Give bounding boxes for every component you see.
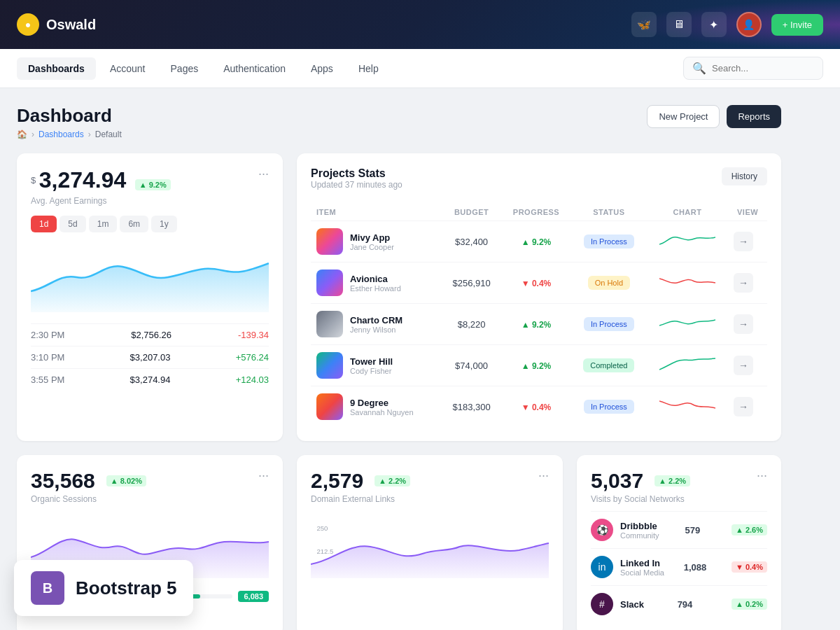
project-row-avionica: Avionica Esther Howard $256,910 ▼ 0.4% O… [311, 262, 767, 304]
svg-text:250: 250 [317, 525, 328, 532]
bootstrap-icon: B [31, 571, 64, 605]
monitor-icon-btn[interactable]: 🖥 [666, 12, 692, 37]
ext-subtitle: Domain External Links [311, 494, 410, 504]
main-content: Dashboard 🏠 › Dashboards › Default New P… [0, 88, 798, 630]
nav-right: 🦋 🖥 ✦ 👤 + Invite [631, 12, 823, 37]
organic-badge: ▲ 8.02% [106, 475, 146, 486]
chart-mivy [647, 221, 728, 262]
view-btn-9degree[interactable]: → [734, 397, 753, 416]
progress-mivy: ▲ 9.2% [522, 237, 552, 247]
project-thumb-tower [316, 352, 343, 379]
search-input[interactable] [712, 63, 814, 74]
nav-item-pages[interactable]: Pages [160, 57, 210, 80]
amount-3: $3,274.94 [130, 374, 171, 385]
linkedin-change: ▼ 0.4% [732, 561, 767, 573]
project-item-9degree: 9 Degree Savannah Nguyen [316, 393, 436, 420]
col-budget: BUDGET [442, 204, 501, 221]
col-progress: PROGRESS [501, 204, 571, 221]
chart-9degree [647, 386, 728, 428]
linkedin-row: in Linked In Social Media 1,088 ▼ 0.4% [591, 548, 767, 585]
brand: Oswald [17, 13, 96, 36]
budget-9degree: $183,300 [442, 386, 501, 428]
status-mivy: In Process [584, 234, 634, 248]
organic-subtitle: Organic Sessions [31, 494, 146, 504]
amount-2: $3,207.03 [130, 352, 171, 363]
view-btn-mivy[interactable]: → [734, 232, 753, 251]
project-thumb-charto [316, 311, 343, 337]
project-row-9degree: 9 Degree Savannah Nguyen $183,300 ▼ 0.4%… [311, 386, 767, 428]
ext-chart-area: 250 212.5 [311, 515, 549, 581]
filter-1m[interactable]: 1m [89, 216, 118, 232]
data-row-3: 3:55 PM $3,274.94 +124.03 [31, 368, 269, 391]
view-btn-avionica[interactable]: → [734, 273, 753, 293]
filter-5d[interactable]: 5d [59, 216, 85, 232]
project-row-charto: Charto CRM Jenny Wilson $8,220 ▲ 9.2% In… [311, 304, 767, 345]
currency-symbol: $ [31, 175, 36, 186]
nav-item-help[interactable]: Help [347, 57, 390, 80]
project-item-tower: Tower Hill Cody Fisher [316, 352, 436, 379]
secondary-navbar: Dashboards Account Pages Authentication … [0, 49, 840, 88]
social-subtitle: Visits by Social Networks [591, 494, 690, 504]
butterfly-icon-btn[interactable]: 🦋 [631, 12, 657, 37]
view-btn-charto[interactable]: → [734, 314, 753, 334]
social-amount: 5,037 [591, 469, 643, 493]
chart-tower [647, 345, 728, 386]
filter-1y[interactable]: 1y [151, 216, 177, 232]
invite-button[interactable]: + Invite [771, 14, 823, 36]
earnings-more-button[interactable]: ··· [258, 167, 269, 180]
earnings-header: $ 3,274.94 ▲ 9.2% Avg. Agent Earnings [31, 167, 171, 206]
brand-icon [17, 13, 39, 36]
project-item-avionica: Avionica Esther Howard [316, 270, 436, 296]
organic-amount: 35,568 [31, 469, 95, 493]
project-item-charto: Charto CRM Jenny Wilson [316, 311, 436, 337]
time-filters: 1d 5d 1m 6m 1y [31, 216, 269, 232]
history-button[interactable]: History [722, 167, 767, 186]
linkedin-count: 1,088 [684, 562, 707, 573]
progress-9degree: ▼ 0.4% [522, 402, 552, 412]
top-cards-row: $ 3,274.94 ▲ 9.2% Avg. Agent Earnings ··… [17, 153, 781, 441]
project-thumb-avionica [316, 270, 343, 296]
project-thumb-9degree [316, 393, 343, 420]
earnings-badge: ▲ 9.2% [135, 179, 171, 190]
ext-more-button[interactable]: ··· [538, 469, 549, 482]
search-icon: 🔍 [692, 62, 706, 75]
bootstrap-banner: B Bootstrap 5 [14, 560, 193, 616]
progress-avionica: ▼ 0.4% [522, 279, 552, 288]
status-avionica: On Hold [588, 276, 630, 290]
new-project-button[interactable]: New Project [647, 105, 720, 128]
status-9degree: In Process [584, 400, 634, 414]
nav-item-apps[interactable]: Apps [300, 57, 344, 80]
projects-title: Projects Stats [311, 167, 402, 180]
project-thumb-mivy [316, 228, 343, 255]
status-charto: In Process [584, 317, 634, 331]
filter-1d[interactable]: 1d [31, 216, 57, 232]
view-btn-tower[interactable]: → [734, 356, 753, 375]
nav-item-account[interactable]: Account [99, 57, 157, 80]
amount-1: $2,756.26 [131, 330, 172, 340]
earnings-card: $ 3,274.94 ▲ 9.2% Avg. Agent Earnings ··… [17, 153, 283, 441]
earnings-amount: 3,274.94 [39, 167, 127, 192]
reports-button[interactable]: Reports [727, 105, 781, 128]
budget-mivy: $32,400 [442, 221, 501, 262]
time-2: 3:10 PM [31, 352, 64, 363]
avatar[interactable]: 👤 [736, 12, 762, 37]
time-1: 2:30 PM [31, 330, 64, 340]
budget-avionica: $256,910 [442, 262, 501, 304]
data-row-1: 2:30 PM $2,756.26 -139.34 [31, 323, 269, 346]
nav-item-dashboards[interactable]: Dashboards [17, 57, 96, 80]
organic-more-button[interactable]: ··· [258, 469, 269, 482]
social-badge: ▲ 2.2% [654, 475, 690, 486]
brand-name: Oswald [46, 17, 96, 33]
social-networks-card: 5,037 ▲ 2.2% Visits by Social Networks ·… [577, 455, 781, 630]
data-rows: 2:30 PM $2,756.26 -139.34 3:10 PM $3,207… [31, 323, 269, 391]
home-icon: 🏠 [17, 130, 27, 139]
projects-stats-card: Projects Stats Updated 37 minutes ago Hi… [297, 153, 781, 441]
social-more-button[interactable]: ··· [757, 469, 767, 482]
nav-item-authentication[interactable]: Authentication [212, 57, 297, 80]
share-icon-btn[interactable]: ✦ [701, 12, 727, 37]
time-3: 3:55 PM [31, 374, 64, 385]
filter-6m[interactable]: 6m [120, 216, 148, 232]
top-navbar: Oswald 🦋 🖥 ✦ 👤 + Invite [0, 0, 840, 49]
chart-charto [647, 304, 728, 345]
change-1: -139.34 [238, 330, 269, 340]
